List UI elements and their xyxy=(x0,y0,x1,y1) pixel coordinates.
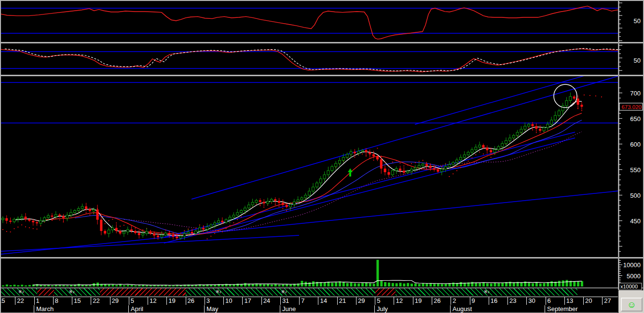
svg-text:5000: 5000 xyxy=(627,272,641,280)
date-cell: 19 xyxy=(166,297,185,305)
date-cell: 5 xyxy=(129,297,148,305)
date-cell: 22 xyxy=(91,297,110,305)
svg-text:673.020: 673.020 xyxy=(621,104,642,110)
svg-text:700: 700 xyxy=(630,90,641,97)
signal-marker: ※♪ xyxy=(216,289,221,295)
last-price-tag: 673.020 xyxy=(619,103,643,110)
signal-marker: ※♪ xyxy=(18,289,24,295)
date-cell: 29 xyxy=(356,297,375,305)
date-cell: 20 xyxy=(583,297,602,305)
signal-hatch-red-section xyxy=(37,288,54,296)
signal-marker: ※♪ xyxy=(69,289,75,295)
svg-text:50: 50 xyxy=(634,57,641,64)
date-cell: 15 xyxy=(1,297,15,305)
month-cell: June xyxy=(280,305,374,313)
month-cell: July xyxy=(374,305,450,313)
date-cell: 21 xyxy=(337,297,356,305)
date-cell: 9 xyxy=(470,297,489,305)
volume-multiplier-tag: x10000 xyxy=(619,283,642,290)
month-axis: MarchAprilMayJuneJulyAugustSeptember xyxy=(1,305,618,313)
date-cell: 3 xyxy=(205,297,223,305)
date-cell: 26 xyxy=(432,297,451,305)
month-cell: April xyxy=(128,305,204,313)
date-cell: 22 xyxy=(15,297,34,305)
date-cell: 8 xyxy=(53,297,72,305)
date-cell: 5 xyxy=(375,297,394,305)
signal-marker: ※♪ xyxy=(484,289,490,295)
svg-text:600: 600 xyxy=(630,141,641,148)
month-cell: August xyxy=(450,305,545,313)
date-cell: 14 xyxy=(318,297,337,305)
month-cell: March xyxy=(34,305,128,313)
date-cell: 27 xyxy=(602,297,618,305)
month-cell: May xyxy=(204,305,280,313)
svg-text:500: 500 xyxy=(630,192,641,199)
signal-marker: ※♪ xyxy=(281,289,287,295)
date-cell: 10 xyxy=(223,297,242,305)
svg-text:10000: 10000 xyxy=(623,261,641,269)
date-cell: 13 xyxy=(564,297,583,305)
svg-text:650: 650 xyxy=(630,115,641,122)
date-cell: 19 xyxy=(413,297,432,305)
signal-hatch-band: ※♪※♪※♪※♪※♪ xyxy=(1,288,577,296)
date-cell: 12 xyxy=(394,297,412,305)
smiley-icon: ☺ xyxy=(627,299,636,310)
signal-hatch-red-section xyxy=(375,288,396,296)
svg-text:550: 550 xyxy=(630,166,641,174)
date-cell: 26 xyxy=(186,297,205,305)
date-cell: 12 xyxy=(148,297,166,305)
date-cell: 2 xyxy=(451,297,469,305)
date-cell: 16 xyxy=(489,297,507,305)
smiley-button[interactable]: ☺ xyxy=(621,298,643,312)
date-cell: 6 xyxy=(546,297,564,305)
date-cell: 30 xyxy=(526,297,545,305)
svg-text:x10000: x10000 xyxy=(620,284,638,289)
date-cell: 24 xyxy=(261,297,280,305)
date-cell: 23 xyxy=(507,297,526,305)
date-cell: 1 xyxy=(34,297,53,305)
chart-canvas[interactable]: 5050700650600550500450100005000673.020x1… xyxy=(0,0,644,313)
date-cell: 7 xyxy=(299,297,318,305)
date-cell: 29 xyxy=(110,297,129,305)
svg-text:450: 450 xyxy=(630,218,641,225)
date-cell: 15 xyxy=(72,297,91,305)
date-cell: 17 xyxy=(242,297,261,305)
date-axis: 1522181522295121926310172431714212951219… xyxy=(1,297,618,306)
chart-window: 5050700650600550500450100005000673.020x1… xyxy=(0,0,644,313)
date-cell: 31 xyxy=(280,297,299,305)
svg-text:50: 50 xyxy=(634,17,641,25)
month-cell: September xyxy=(545,305,618,313)
signal-hatch-red-section xyxy=(100,288,186,296)
